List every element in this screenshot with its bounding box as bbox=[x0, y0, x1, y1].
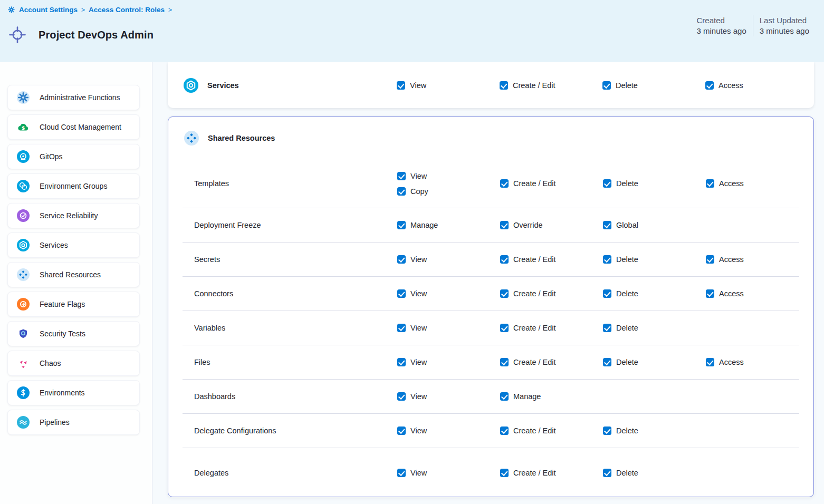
checked-checkbox-icon[interactable] bbox=[602, 81, 611, 90]
checked-checkbox-icon[interactable] bbox=[397, 324, 406, 332]
checkbox-label: View bbox=[410, 427, 427, 435]
checked-checkbox-icon[interactable] bbox=[397, 187, 406, 196]
checked-checkbox-icon[interactable] bbox=[603, 358, 611, 366]
checked-checkbox-icon[interactable] bbox=[706, 289, 714, 298]
checkbox-shared-resources-delegates-delete[interactable]: Delete bbox=[603, 469, 706, 477]
checkbox-shared-resources-delegate-configurations-create-edit[interactable]: Create / Edit bbox=[500, 427, 603, 435]
checkbox-shared-resources-deployment-freeze-override[interactable]: Override bbox=[500, 221, 603, 229]
checkbox-shared-resources-delegates-create-edit[interactable]: Create / Edit bbox=[500, 469, 603, 477]
checked-checkbox-icon[interactable] bbox=[397, 172, 406, 180]
checkbox-shared-resources-connectors-delete[interactable]: Delete bbox=[603, 289, 706, 298]
sidebar-item-services[interactable]: Services bbox=[7, 232, 140, 258]
sidebar-item-cloud-cost-management[interactable]: $Cloud Cost Management bbox=[7, 114, 140, 140]
sidebar-item-feature-flags[interactable]: Feature Flags bbox=[7, 292, 140, 317]
sidebar-item-pipelines[interactable]: Pipelines bbox=[7, 410, 140, 435]
checked-checkbox-icon[interactable] bbox=[397, 427, 406, 435]
checked-checkbox-icon[interactable] bbox=[706, 179, 714, 188]
checked-checkbox-icon[interactable] bbox=[397, 289, 406, 298]
checkbox-services-create-edit[interactable]: Create / Edit bbox=[500, 81, 602, 90]
created-meta: Created 3 minutes ago bbox=[691, 15, 753, 36]
checkbox-shared-resources-templates-view[interactable]: View bbox=[397, 172, 500, 180]
created-label: Created bbox=[697, 16, 746, 25]
checkbox-shared-resources-files-access[interactable]: Access bbox=[706, 358, 799, 366]
checked-checkbox-icon[interactable] bbox=[706, 255, 714, 264]
checked-checkbox-icon[interactable] bbox=[500, 179, 509, 188]
checkbox-shared-resources-delegate-configurations-view[interactable]: View bbox=[397, 427, 500, 435]
checkbox-label: Delete bbox=[616, 81, 638, 90]
services-section-card[interactable]: Services ViewCreate / EditDeleteAccess bbox=[168, 62, 814, 108]
breadcrumb-link-access-control-roles[interactable]: Access Control: Roles bbox=[89, 6, 165, 14]
checked-checkbox-icon[interactable] bbox=[706, 358, 714, 366]
sidebar-item-administrative-functions[interactable]: Administrative Functions bbox=[7, 85, 140, 110]
checked-checkbox-icon[interactable] bbox=[603, 469, 611, 477]
checked-checkbox-icon[interactable] bbox=[397, 392, 406, 401]
checkbox-shared-resources-connectors-create-edit[interactable]: Create / Edit bbox=[500, 289, 603, 298]
checkbox-shared-resources-delegates-view[interactable]: View bbox=[397, 469, 500, 477]
checkbox-shared-resources-files-create-edit[interactable]: Create / Edit bbox=[500, 358, 603, 366]
checked-checkbox-icon[interactable] bbox=[603, 221, 611, 229]
checked-checkbox-icon[interactable] bbox=[500, 81, 508, 90]
checkbox-shared-resources-secrets-create-edit[interactable]: Create / Edit bbox=[500, 255, 603, 264]
shared-resources-section-card: Shared Resources TemplatesViewCopyCreate… bbox=[168, 117, 814, 497]
checkbox-shared-resources-files-view[interactable]: View bbox=[397, 358, 500, 366]
checked-checkbox-icon[interactable] bbox=[603, 289, 611, 298]
checkbox-shared-resources-delegate-configurations-delete[interactable]: Delete bbox=[603, 427, 706, 435]
checked-checkbox-icon[interactable] bbox=[603, 427, 611, 435]
checked-checkbox-icon[interactable] bbox=[397, 221, 406, 229]
sidebar-item-shared-resources[interactable]: Shared Resources bbox=[7, 262, 140, 287]
checkbox-services-access[interactable]: Access bbox=[705, 81, 814, 90]
checked-checkbox-icon[interactable] bbox=[397, 255, 406, 264]
breadcrumb-link-account-settings[interactable]: Account Settings bbox=[19, 6, 78, 14]
checkbox-shared-resources-dashboards-view[interactable]: View bbox=[397, 392, 500, 401]
sidebar-item-service-reliability[interactable]: Service Reliability bbox=[7, 203, 140, 228]
checkbox-shared-resources-files-delete[interactable]: Delete bbox=[603, 358, 706, 366]
last-updated-meta: Last Updated 3 minutes ago bbox=[753, 15, 816, 36]
checked-checkbox-icon[interactable] bbox=[500, 324, 509, 332]
checkbox-shared-resources-secrets-access[interactable]: Access bbox=[706, 255, 799, 264]
checked-checkbox-icon[interactable] bbox=[705, 81, 714, 90]
checked-checkbox-icon[interactable] bbox=[500, 392, 509, 401]
checked-checkbox-icon[interactable] bbox=[500, 358, 509, 366]
services-icon bbox=[184, 78, 198, 93]
checkbox-services-view[interactable]: View bbox=[397, 81, 500, 90]
sidebar-item-security-tests[interactable]: Security Tests bbox=[7, 321, 140, 346]
checkbox-services-delete[interactable]: Delete bbox=[602, 81, 705, 90]
permission-cell: Create / Edit bbox=[500, 255, 603, 264]
checked-checkbox-icon[interactable] bbox=[603, 255, 611, 264]
sidebar-item-gitops[interactable]: GitOps bbox=[7, 144, 140, 169]
checkbox-shared-resources-connectors-view[interactable]: View bbox=[397, 289, 500, 298]
checkbox-shared-resources-deployment-freeze-global[interactable]: Global bbox=[603, 221, 706, 229]
sidebar-item-chaos[interactable]: Chaos bbox=[7, 351, 140, 376]
checked-checkbox-icon[interactable] bbox=[397, 358, 406, 366]
checked-checkbox-icon[interactable] bbox=[500, 427, 509, 435]
checkbox-shared-resources-variables-create-edit[interactable]: Create / Edit bbox=[500, 324, 603, 332]
environment-groups-icon bbox=[17, 180, 30, 192]
permission-cell: View bbox=[397, 469, 500, 477]
checkbox-shared-resources-variables-view[interactable]: View bbox=[397, 324, 500, 332]
checkbox-shared-resources-secrets-delete[interactable]: Delete bbox=[603, 255, 706, 264]
checked-checkbox-icon[interactable] bbox=[603, 179, 611, 188]
checkbox-shared-resources-deployment-freeze-manage[interactable]: Manage bbox=[397, 221, 500, 229]
role-target-icon bbox=[7, 24, 28, 45]
checkbox-shared-resources-connectors-access[interactable]: Access bbox=[706, 289, 799, 298]
sidebar-item-label: Cloud Cost Management bbox=[40, 123, 121, 131]
checkbox-shared-resources-secrets-view[interactable]: View bbox=[397, 255, 500, 264]
checked-checkbox-icon[interactable] bbox=[397, 469, 406, 477]
checkbox-shared-resources-dashboards-manage[interactable]: Manage bbox=[500, 392, 603, 401]
checkbox-shared-resources-templates-access[interactable]: Access bbox=[706, 179, 799, 188]
checkbox-shared-resources-templates-create-edit[interactable]: Create / Edit bbox=[500, 179, 603, 188]
checkbox-shared-resources-templates-copy[interactable]: Copy bbox=[397, 187, 500, 196]
checked-checkbox-icon[interactable] bbox=[500, 469, 509, 477]
sidebar-item-environments[interactable]: Environments bbox=[7, 380, 140, 405]
checked-checkbox-icon[interactable] bbox=[500, 221, 509, 229]
resource-category-sidebar: Administrative Functions$Cloud Cost Mana… bbox=[0, 62, 152, 504]
checked-checkbox-icon[interactable] bbox=[500, 255, 509, 264]
checked-checkbox-icon[interactable] bbox=[397, 81, 405, 90]
checkbox-shared-resources-variables-delete[interactable]: Delete bbox=[603, 324, 706, 332]
checked-checkbox-icon[interactable] bbox=[500, 289, 509, 298]
sidebar-item-environment-groups[interactable]: Environment Groups bbox=[7, 173, 140, 199]
permission-row-connectors: ConnectorsViewCreate / EditDeleteAccess bbox=[183, 276, 799, 311]
checked-checkbox-icon[interactable] bbox=[603, 324, 611, 332]
checkbox-shared-resources-templates-delete[interactable]: Delete bbox=[603, 179, 706, 188]
resource-label: Connectors bbox=[194, 289, 397, 298]
